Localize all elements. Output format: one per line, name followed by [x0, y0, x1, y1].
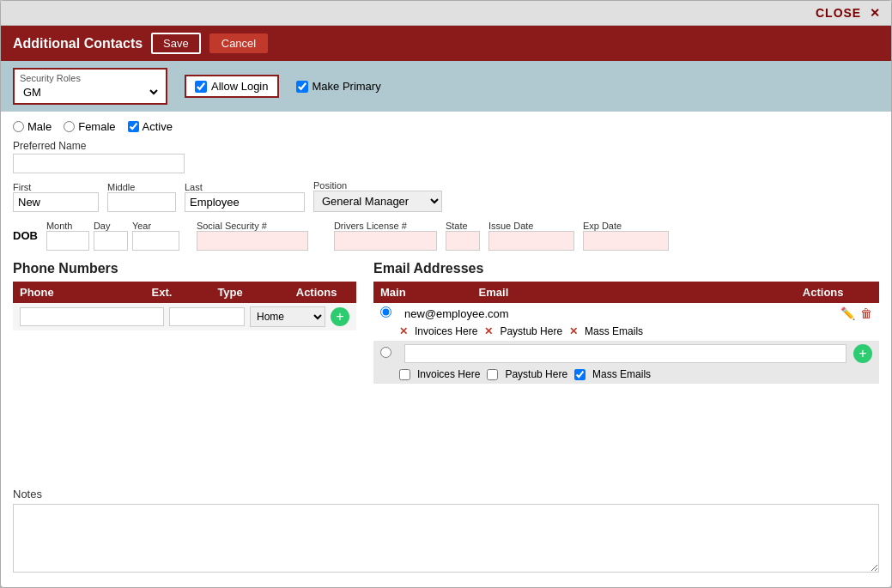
modal-title: Additional Contacts: [13, 36, 143, 52]
dob-month-group: Month: [46, 221, 89, 251]
gender-male-label: Male: [13, 120, 52, 133]
notes-textarea[interactable]: [13, 504, 879, 573]
phone-ext-input[interactable]: [169, 307, 245, 326]
new-mass-emails-checkbox[interactable]: [574, 369, 586, 380]
title-bar: Additional Contacts Save Cancel: [1, 26, 891, 61]
dl-group: Drivers License #: [334, 221, 437, 251]
mass-emails-x-icon: ✕: [569, 325, 578, 337]
email-edit-icon[interactable]: ✏️: [840, 306, 855, 320]
email-header-email: Email: [479, 286, 774, 299]
email-header-actions: Actions: [774, 286, 872, 299]
email-addresses-title: Email Addresses: [373, 261, 879, 276]
email-actions-col: ✏️ 🗑: [757, 306, 872, 320]
phone-header-phone: Phone: [20, 286, 152, 299]
dl-issue-input[interactable]: [488, 231, 574, 251]
dob-day-input[interactable]: [94, 231, 128, 251]
first-name-label: First: [13, 182, 99, 192]
position-label: Position: [313, 180, 442, 191]
preferred-name-label: Preferred Name: [13, 140, 879, 152]
email-address-text: new@employee.com: [404, 307, 750, 320]
email-delete-icon[interactable]: 🗑: [860, 306, 872, 320]
middle-name-group: Middle: [107, 182, 176, 212]
phone-header-actions: Actions: [283, 286, 349, 299]
modal-container: CLOSE ✕ Additional Contacts Save Cancel …: [0, 0, 892, 588]
email-addresses-section: Email Addresses Main Email Actions new@e…: [373, 261, 879, 384]
email-new-row: +: [373, 341, 879, 367]
dob-month-label: Month: [46, 221, 89, 231]
gender-female-radio[interactable]: [64, 121, 75, 132]
phone-numbers-section: Phone Numbers Phone Ext. Type Actions Ho…: [13, 261, 356, 384]
email-new-radio-col: [380, 347, 397, 361]
allow-login-box: Allow Login: [185, 75, 279, 98]
form-body: Male Female Active Preferred Name First: [1, 112, 891, 488]
make-primary-label: Make Primary: [313, 80, 381, 93]
phone-input[interactable]: [20, 307, 164, 326]
dob-row: DOB Month Day Year Social Security #: [13, 221, 879, 251]
last-name-label: Last: [185, 182, 305, 192]
last-name-input[interactable]: [185, 192, 305, 212]
make-primary-checkbox[interactable]: [296, 81, 308, 93]
cancel-button[interactable]: Cancel: [209, 33, 268, 53]
dl-state-group: State: [446, 221, 480, 251]
mass-emails-label: Mass Emails: [585, 325, 643, 337]
dl-issue-label: Issue Date: [488, 221, 574, 231]
dob-year-group: Year: [132, 221, 179, 251]
email-main-radio[interactable]: [380, 306, 391, 318]
dl-input[interactable]: [334, 231, 437, 251]
preferred-name-input[interactable]: [13, 154, 185, 173]
security-bar: Security Roles GM Employee Admin Allow L…: [1, 61, 891, 112]
security-roles-select[interactable]: GM Employee Admin: [20, 85, 161, 100]
email-new-radio[interactable]: [380, 347, 391, 358]
dl-exp-input[interactable]: [583, 231, 669, 251]
phone-header-ext: Ext.: [152, 286, 218, 299]
phone-numbers-title: Phone Numbers: [13, 261, 356, 276]
new-invoices-label: Invoices Here: [417, 368, 480, 380]
email-new-input[interactable]: [404, 344, 846, 363]
middle-name-input[interactable]: [107, 192, 176, 212]
dob-day-label: Day: [94, 221, 128, 231]
email-new-input-col: [404, 344, 846, 363]
save-button[interactable]: Save: [151, 33, 201, 54]
middle-name-label: Middle: [107, 182, 176, 192]
last-name-group: Last: [185, 182, 305, 212]
email-row: new@employee.com ✏️ 🗑: [373, 303, 879, 324]
security-roles-label: Security Roles: [20, 73, 161, 83]
notes-section: Notes: [1, 488, 891, 587]
phone-type-select[interactable]: Home Cell Work Other: [250, 306, 325, 327]
first-name-group: First: [13, 182, 99, 212]
active-checkbox[interactable]: [128, 121, 139, 132]
preferred-name-row: Preferred Name: [13, 140, 879, 173]
dl-label: Drivers License #: [334, 221, 437, 231]
notes-label: Notes: [13, 488, 879, 500]
position-select[interactable]: General Manager Manager Employee Other: [313, 191, 442, 212]
email-checks-row1: ✕ Invoices Here ✕ Paystub Here ✕ Mass Em…: [373, 324, 879, 341]
make-primary-group: Make Primary: [296, 80, 381, 93]
gender-male-radio[interactable]: [13, 121, 24, 132]
paystub-x-icon: ✕: [484, 325, 493, 337]
close-bar: CLOSE ✕: [1, 1, 891, 26]
dob-label: DOB: [13, 229, 38, 242]
phone-add-button[interactable]: +: [331, 307, 349, 326]
email-table-header: Main Email Actions: [373, 282, 879, 303]
two-column-section: Phone Numbers Phone Ext. Type Actions Ho…: [13, 261, 879, 384]
close-button[interactable]: CLOSE ✕: [816, 6, 881, 20]
new-invoices-checkbox[interactable]: [399, 369, 410, 380]
phone-row: Home Cell Work Other +: [13, 303, 356, 330]
dl-exp-group: Exp Date: [583, 221, 669, 251]
allow-login-checkbox[interactable]: [195, 81, 207, 93]
dob-year-input[interactable]: [132, 231, 179, 251]
ssn-input[interactable]: [197, 231, 308, 251]
email-add-button[interactable]: +: [853, 344, 872, 363]
dl-state-input[interactable]: [446, 231, 480, 251]
drivers-section: Drivers License # State Issue Date Exp D…: [334, 221, 669, 251]
dob-month-input[interactable]: [46, 231, 89, 251]
security-roles-group: Security Roles GM Employee Admin: [13, 68, 167, 105]
dob-year-label: Year: [132, 221, 179, 231]
new-paystub-checkbox[interactable]: [487, 369, 498, 380]
gender-female-label: Female: [64, 120, 115, 133]
ssn-label: Social Security #: [197, 221, 308, 231]
first-name-input[interactable]: [13, 192, 99, 212]
email-header-main: Main: [380, 286, 479, 299]
gender-row: Male Female Active: [13, 120, 879, 133]
email-checks-row2: Invoices Here Paystub Here Mass Emails: [373, 367, 879, 384]
